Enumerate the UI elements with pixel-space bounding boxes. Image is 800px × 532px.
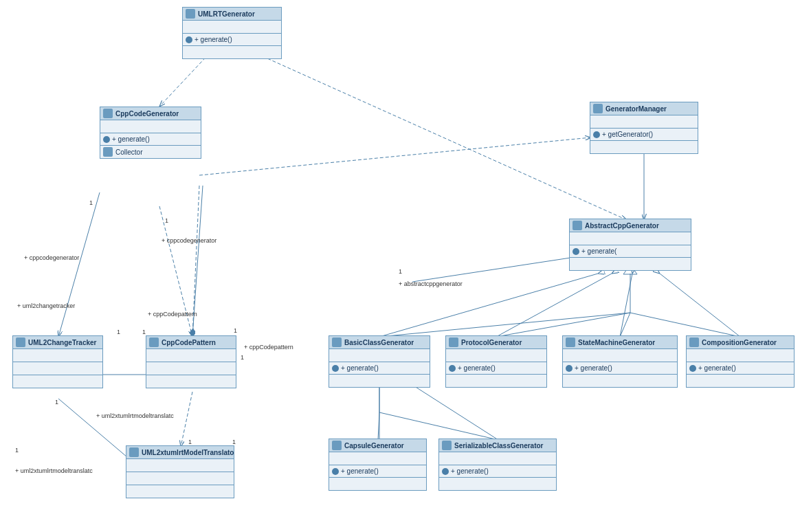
- class-extra: [13, 375, 102, 388]
- label-cppcodegenerator2: + cppcodegenerator: [162, 237, 216, 244]
- svg-line-4: [199, 137, 591, 175]
- gear-icon: [332, 468, 339, 475]
- class-methods: [126, 472, 234, 485]
- class-icon: [593, 104, 603, 113]
- class-icon: [566, 337, 575, 347]
- mult-1f: 1: [241, 354, 244, 361]
- class-extra: [183, 46, 281, 58]
- class-header: UML2xtumlrtModelTranslato: [126, 446, 234, 459]
- mult-1a: 1: [89, 199, 93, 206]
- class-methods: [146, 362, 236, 375]
- svg-line-20: [379, 313, 630, 337]
- mult-1g: 1: [399, 268, 402, 275]
- class-header: UML2ChangeTracker: [13, 336, 102, 349]
- class-uml2changetracker: UML2ChangeTracker: [12, 335, 103, 388]
- svg-line-29: [412, 258, 570, 282]
- mult-1b: 1: [165, 217, 168, 224]
- class-methods: + generate(: [570, 245, 691, 258]
- class-header: ProtocolGenerator: [446, 336, 546, 349]
- svg-line-23: [630, 313, 740, 337]
- class-header: UMLRTGenerator: [183, 8, 281, 21]
- svg-line-22: [620, 313, 630, 337]
- svg-line-9: [660, 274, 740, 337]
- class-capsulegenerator: CapsuleGenerator + generate(): [329, 439, 427, 491]
- class-fields: [146, 349, 236, 362]
- class-icon: [186, 9, 195, 19]
- class-icon: [332, 337, 342, 347]
- class-extra: [439, 478, 556, 490]
- class-methods: [13, 362, 102, 375]
- class-fields: [570, 232, 691, 245]
- class-uml2xtumlrtmodeltranslator: UML2xtumlrtModelTranslato: [126, 445, 234, 498]
- mult-1e: 1: [234, 327, 237, 334]
- svg-line-7: [496, 274, 612, 337]
- uml-diagram: UMLRTGenerator + generate() CppCodeGener…: [0, 0, 800, 532]
- class-fields: [100, 120, 201, 133]
- class-fields: [687, 349, 794, 362]
- svg-line-18: [58, 399, 127, 457]
- class-abstractcppgenerator: AbstractCppGenerator + generate(: [569, 219, 691, 271]
- class-compositiongenerator: CompositionGenerator + generate(): [686, 335, 795, 388]
- class-fields: [126, 459, 234, 472]
- label-cpppattern1: + cppCodepattern: [148, 311, 197, 318]
- class-extra: [329, 375, 430, 387]
- gear-icon: [593, 131, 600, 138]
- gear-icon: [186, 36, 192, 43]
- class-collector-row: Collector: [100, 146, 201, 158]
- class-fields: [563, 349, 677, 362]
- label-uml2xtuml1: + uml2xtumlrtmodeltranslatc: [96, 412, 174, 419]
- class-methods: + generate(): [329, 465, 426, 478]
- class-basicclassgenerator: BasicClassGenerator + generate(): [329, 335, 430, 388]
- label-cppcodegenerator1: + cppcodegenerator: [24, 254, 79, 261]
- class-icon: [149, 337, 159, 347]
- class-icon: [573, 221, 582, 230]
- class-extra: [570, 258, 691, 270]
- class-fields: [183, 21, 281, 34]
- class-header: BasicClassGenerator: [329, 336, 430, 349]
- class-serializableclassgenerator: SerializableClassGenerator + generate(): [438, 439, 557, 491]
- class-icon: [129, 447, 139, 457]
- class-cppcodeGenerator: CppCodeGenerator + generate() Collector: [100, 107, 201, 159]
- class-fields: [329, 452, 426, 465]
- gear-icon: [566, 365, 573, 372]
- label-cpppattern2: + cppCodepattern: [244, 344, 293, 351]
- class-icon: [689, 337, 699, 347]
- gear-icon: [449, 365, 456, 372]
- class-methods: + generate(): [446, 362, 546, 375]
- gear-icon: [573, 248, 579, 255]
- class-extra: [563, 375, 677, 387]
- class-fields: [13, 349, 102, 362]
- class-methods: + generate(): [183, 34, 281, 46]
- class-cppcodepattern: CppCodePattern: [146, 335, 236, 388]
- class-fields: [329, 349, 430, 362]
- mult-1c: 1: [117, 329, 120, 335]
- class-icon: [103, 109, 113, 118]
- label-uml2changetracker: + uml2changetracker: [17, 302, 75, 309]
- class-header: CapsuleGenerator: [329, 439, 426, 452]
- mult-1i: 1: [232, 439, 236, 445]
- class-header: GeneratorManager: [590, 102, 698, 115]
- class-extra: [329, 478, 426, 490]
- svg-line-21: [496, 313, 630, 337]
- svg-line-26: [378, 412, 379, 440]
- class-header: SerializableClassGenerator: [439, 439, 556, 452]
- class-methods: + getGenerator(): [590, 129, 698, 141]
- class-fields: [446, 349, 546, 362]
- class-extra: [446, 375, 546, 387]
- class-statemachinegenerator: StateMachineGenerator + generate(): [562, 335, 678, 388]
- class-fields: [590, 115, 698, 129]
- svg-line-27: [379, 412, 498, 440]
- gear-icon: [332, 365, 339, 372]
- class-methods: + generate(): [563, 362, 677, 375]
- label-uml2xtuml2: + uml2xtumlrtmodeltranslatc: [15, 467, 93, 474]
- label-abstractcppgenerator: + abstractcppgenerator: [399, 280, 463, 287]
- class-methods: + generate(): [100, 133, 201, 146]
- gear-icon: [442, 468, 449, 475]
- class-methods: + generate(): [439, 465, 556, 478]
- gear-icon: [103, 136, 110, 143]
- svg-line-11: [412, 385, 498, 440]
- class-header: CppCodeGenerator: [100, 107, 201, 120]
- svg-line-13: [58, 192, 100, 337]
- class-icon: [332, 441, 342, 450]
- class-header: CompositionGenerator: [687, 336, 794, 349]
